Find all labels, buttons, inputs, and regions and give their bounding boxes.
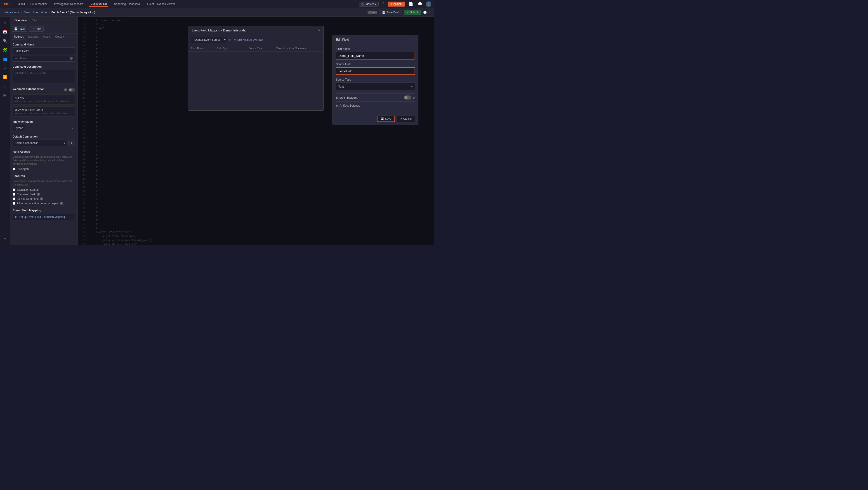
chat-icon[interactable]: 💬 bbox=[417, 1, 423, 6]
save-draft-button[interactable]: 💾 Save Draft bbox=[379, 10, 402, 15]
sidebar-icon-share[interactable]: ⇄ bbox=[1, 64, 9, 72]
breadcrumb-demo-integration[interactable]: Demo_Integration bbox=[24, 11, 47, 14]
event-field-mapping-label: Event Field Mapping bbox=[13, 208, 75, 212]
efm-modal-header: Event Field Mapping - Demo_Integration × bbox=[188, 26, 323, 35]
incident-button[interactable]: + Incident bbox=[388, 2, 405, 6]
sidebar-icon-home[interactable]: ⌂ bbox=[1, 19, 9, 27]
ef-cancel-button[interactable]: ✕ Cancel bbox=[397, 116, 415, 122]
nav-item-investigation[interactable]: Investigation Dashboard bbox=[53, 2, 85, 6]
settings-sub-tabs: Settings Libraries Inputs Outputs bbox=[10, 34, 78, 40]
run-on-agent-info-icon[interactable]: i bbox=[60, 202, 63, 205]
implementation-group: Implementation Python ▾ bbox=[13, 120, 75, 132]
edit-json-path-button[interactable]: ✎ Edit Main JSON Path bbox=[232, 37, 265, 42]
help-icon[interactable]: ? bbox=[381, 2, 385, 6]
adhoc-command-checkbox[interactable] bbox=[13, 198, 16, 200]
globe-icon: 🌐 bbox=[361, 2, 365, 6]
master-button[interactable]: 🌐 Master ▾ bbox=[359, 2, 379, 6]
webhook-info-icon[interactable]: i bbox=[64, 88, 67, 91]
command-desc-group: Command Description bbox=[13, 65, 75, 84]
command-task-checkbox[interactable] bbox=[13, 193, 16, 196]
add-connection-button[interactable]: + bbox=[68, 140, 75, 146]
breadcrumb-bar: Integrations › Demo_Integration › Fetch … bbox=[0, 8, 434, 17]
ef-source-type-select[interactable]: Text Number Boolean Date Array bbox=[336, 83, 415, 90]
save-icon: 💾 bbox=[382, 11, 385, 14]
ef-source-field-label: Source Field bbox=[336, 63, 415, 66]
toggle-options-icon[interactable]: ⊕ bbox=[412, 96, 415, 99]
run-on-agent-checkbox[interactable] bbox=[13, 202, 16, 205]
col-field-type: Field Type bbox=[214, 45, 238, 52]
nav-item-event-playbook[interactable]: Event Playbook Viewer bbox=[146, 2, 176, 6]
sidebar-icon-box[interactable]: ▣ bbox=[1, 91, 9, 99]
role-desc: Choose access level for the command. Onl… bbox=[13, 155, 75, 166]
escalation-search-checkbox[interactable] bbox=[13, 189, 16, 191]
api-key-section: API Key Manage and generate the API keys… bbox=[13, 94, 75, 105]
edit-icon: ✎ bbox=[234, 38, 237, 41]
feature-run-on-agent: Allow command to be run on agent i bbox=[13, 202, 75, 205]
sidebar-icon-signal[interactable]: 📶 bbox=[1, 73, 9, 81]
col-field-name: Field Name bbox=[188, 45, 214, 52]
artifact-arrow-icon: ▶ bbox=[336, 104, 338, 107]
document-icon[interactable]: 📄 bbox=[408, 1, 414, 6]
breadcrumb-integrations[interactable]: Integrations bbox=[4, 11, 19, 14]
sidebar-icon-puzzle[interactable]: 🧩 bbox=[1, 46, 9, 54]
nav-item-reporting[interactable]: Reporting Dashboard bbox=[113, 2, 141, 6]
tab-test[interactable]: Test bbox=[29, 17, 40, 24]
save-icon: 💾 bbox=[14, 27, 18, 31]
ef-source-field-input[interactable] bbox=[336, 67, 415, 75]
adhoc-command-info-icon[interactable]: i bbox=[40, 197, 43, 200]
col-show-in-incident: Show in Incident Summary bbox=[274, 45, 323, 52]
command-task-info-icon[interactable]: i bbox=[37, 193, 40, 196]
feature-adhoc-command: Ad-hoc Command i bbox=[13, 197, 75, 200]
sidebar-icon-users[interactable]: 👥 bbox=[1, 55, 9, 63]
command-name-label: Command Name bbox=[13, 43, 75, 46]
efm-close-button[interactable]: × bbox=[318, 28, 320, 32]
app-logo: D3D3 bbox=[3, 2, 12, 6]
run-on-agent-label: Allow command to be run on agent bbox=[17, 202, 59, 205]
sidebar-icon-settings[interactable]: ⚙ bbox=[1, 235, 9, 243]
undo-button[interactable]: ↩ Undo bbox=[29, 26, 43, 32]
sidebar-icon-calendar[interactable]: 📅 bbox=[1, 28, 9, 36]
ef-artifact-settings[interactable]: ▶ Artifact Settings bbox=[336, 102, 415, 110]
undo-icon: ↩ bbox=[31, 27, 34, 31]
show-in-incident-toggle[interactable] bbox=[404, 95, 411, 99]
more-options-icon[interactable]: ≡ bbox=[429, 11, 430, 14]
api-key-title: API Key bbox=[15, 96, 73, 99]
event-source-select[interactable]: (Default Event Source) bbox=[191, 37, 227, 43]
nav-item-configuration[interactable]: Configuration bbox=[89, 1, 108, 7]
implementation-label: Implementation bbox=[13, 120, 75, 123]
nav-item-mitre[interactable]: MITRE ATT&CK Monitor bbox=[16, 2, 49, 6]
features-desc: Select where you want to use this comman… bbox=[13, 179, 75, 186]
save-button[interactable]: 💾 Save bbox=[12, 26, 27, 32]
implementation-select[interactable]: Python bbox=[13, 125, 25, 132]
ef-close-button[interactable]: × bbox=[413, 37, 415, 41]
webhook-toggle[interactable] bbox=[68, 88, 75, 92]
event-field-extraction-button[interactable]: ⊞ Set up Event Field Extraction Mapping bbox=[13, 214, 75, 220]
ef-field-name-input[interactable] bbox=[336, 52, 415, 59]
privileged-checkbox[interactable] bbox=[13, 168, 16, 170]
sub-tab-inputs[interactable]: Inputs bbox=[41, 34, 53, 40]
command-desc-input[interactable] bbox=[13, 70, 75, 83]
command-name-input[interactable] bbox=[13, 48, 75, 54]
ef-modal-title: Edit Field bbox=[336, 38, 349, 41]
avatar[interactable]: 👤 bbox=[426, 1, 431, 7]
sub-tab-libraries[interactable]: Libraries bbox=[26, 34, 41, 40]
ef-save-button[interactable]: 💾 Save bbox=[377, 116, 395, 122]
command-desc-label: Command Description bbox=[13, 65, 75, 68]
info-icon[interactable]: i bbox=[70, 57, 73, 60]
sidebar-icon-grid[interactable]: ⊞ bbox=[1, 82, 9, 90]
connection-select[interactable]: Select a connection bbox=[13, 140, 67, 146]
feature-escalation-search: Escalation Search bbox=[13, 188, 75, 192]
panel-toolbar: 💾 Save ↩ Undo bbox=[10, 24, 78, 34]
sidebar-icon-search[interactable]: 🔍 bbox=[1, 37, 9, 45]
role-access-label: Role Access bbox=[13, 150, 75, 153]
api-key-desc: Manage and generate the API keys used fo… bbox=[15, 100, 73, 103]
tab-overview[interactable]: Overview bbox=[12, 17, 29, 24]
submit-button[interactable]: ✓ Submit bbox=[404, 10, 421, 15]
ef-source-type-wrapper: Text Number Boolean Date Array bbox=[336, 83, 415, 90]
history-icon[interactable]: 🕐 bbox=[423, 11, 427, 14]
code-area-wrapper: 7891011 1213141516 1718192021 2223242526… bbox=[78, 17, 434, 245]
breadcrumb-sep-1: › bbox=[21, 11, 22, 14]
sub-tab-settings[interactable]: Settings bbox=[12, 34, 26, 40]
sub-tab-outputs[interactable]: Outputs bbox=[53, 34, 67, 40]
jwt-desc: Manage secret keys and configure JWT aut… bbox=[15, 112, 73, 114]
